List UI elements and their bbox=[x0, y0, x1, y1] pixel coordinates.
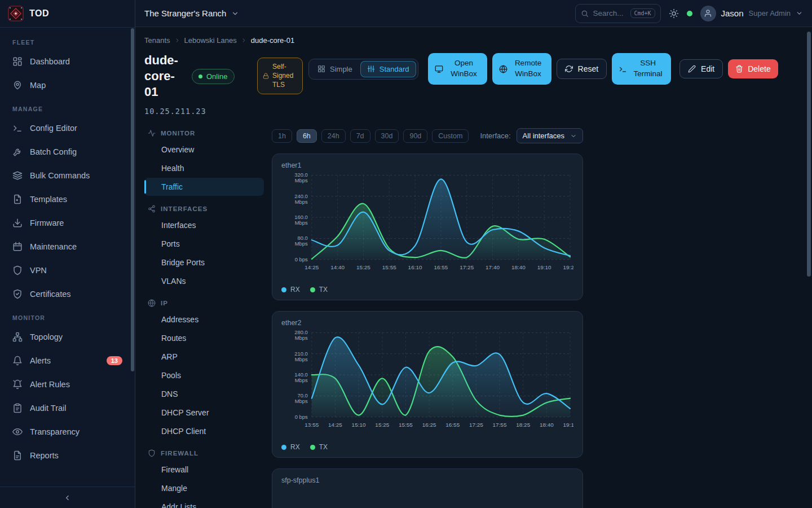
chevron-down-icon bbox=[796, 10, 803, 17]
svg-text:18:25: 18:25 bbox=[516, 422, 530, 428]
chart-card-sfp-sfpplus1: sfp-sfpplus1 bbox=[272, 468, 583, 508]
svg-text:Mbps: Mbps bbox=[295, 377, 308, 383]
sidebar-item-config-editor[interactable]: Config Editor bbox=[7, 117, 128, 139]
legend-item-rx[interactable]: RX bbox=[281, 286, 300, 294]
user-icon bbox=[704, 9, 712, 17]
svg-text:14:25: 14:25 bbox=[304, 264, 319, 270]
subnav-item-mangle[interactable]: Mangle bbox=[144, 479, 264, 497]
sidebar-collapse-button[interactable] bbox=[0, 487, 135, 508]
sidebar-item-maintenance[interactable]: Maintenance bbox=[7, 235, 128, 258]
sidebar-scrollbar-thumb[interactable] bbox=[131, 28, 134, 371]
legend-item-tx[interactable]: TX bbox=[310, 286, 328, 294]
tenant-switcher[interactable]: The Stranger's Ranch bbox=[144, 8, 239, 18]
breadcrumb-tenant[interactable]: Lebowski Lanes bbox=[184, 36, 237, 45]
sidebar-item-batch-config[interactable]: Batch Config bbox=[7, 141, 128, 163]
chart-card-ether2: ether2280.0Mbps210.0Mbps140.0Mbps70.0Mbp… bbox=[272, 311, 583, 458]
sidebar-item-firmware[interactable]: Firmware bbox=[7, 212, 128, 234]
file-text-icon bbox=[12, 450, 23, 461]
traffic-chart-ether1: 320.0Mbps240.0Mbps160.0Mbps80.0Mbps0 bps… bbox=[281, 169, 573, 281]
sidebar-item-vpn[interactable]: VPN bbox=[7, 259, 128, 282]
sidebar: TOD FLEETDashboardMapMANAGEConfig Editor… bbox=[0, 0, 135, 508]
sidebar-item-reports[interactable]: Reports bbox=[7, 444, 128, 467]
sidebar-item-bulk-commands[interactable]: Bulk Commands bbox=[7, 164, 128, 187]
search-input[interactable] bbox=[593, 9, 626, 17]
subnav-item-ports[interactable]: Ports bbox=[144, 235, 264, 253]
subnav-item-dhcp-server[interactable]: DHCP Server bbox=[144, 404, 264, 422]
subnav-item-routes[interactable]: Routes bbox=[144, 329, 264, 347]
mode-simple-button[interactable]: Simple bbox=[311, 61, 359, 77]
subnav-item-vlans[interactable]: VLANs bbox=[144, 272, 264, 290]
subnav-item-dhcp-client[interactable]: DHCP Client bbox=[144, 422, 264, 440]
sidebar-item-audit-trail[interactable]: Audit Trail bbox=[7, 397, 128, 419]
svg-text:16:55: 16:55 bbox=[445, 422, 460, 428]
user-menu[interactable]: Jason Super Admin bbox=[700, 6, 803, 21]
subnav-item-interfaces[interactable]: Interfaces bbox=[144, 216, 264, 234]
subnav-item-traffic[interactable]: Traffic bbox=[144, 178, 264, 196]
legend-item-rx[interactable]: RX bbox=[281, 443, 300, 451]
svg-text:Mbps: Mbps bbox=[295, 335, 308, 341]
theme-toggle-sun-icon[interactable] bbox=[669, 8, 679, 19]
subnav-item-pools[interactable]: Pools bbox=[144, 366, 264, 384]
ssh-terminal-button[interactable]: SSH Terminal bbox=[612, 53, 671, 85]
sidebar-item-dashboard[interactable]: Dashboard bbox=[7, 50, 128, 73]
remote-winbox-button[interactable]: Remote WinBox bbox=[492, 53, 551, 85]
chart-legend: RXTX bbox=[281, 443, 573, 451]
legend-item-tx[interactable]: TX bbox=[310, 443, 328, 451]
range-button-24h[interactable]: 24h bbox=[321, 129, 346, 143]
sidebar-item-label: Audit Trail bbox=[30, 404, 66, 413]
main-scrollbar-thumb[interactable] bbox=[807, 32, 811, 277]
file-icon bbox=[12, 194, 23, 204]
dashboard-icon bbox=[12, 56, 23, 67]
mode-standard-button[interactable]: Standard bbox=[360, 61, 416, 77]
device-title-block: dude-core-01 Online 10.25.211.23 bbox=[144, 52, 261, 116]
pencil-icon bbox=[688, 65, 696, 73]
range-button-7d[interactable]: 7d bbox=[350, 129, 370, 143]
subnav-item-dns[interactable]: DNS bbox=[144, 385, 264, 403]
range-button-1h[interactable]: 1h bbox=[272, 129, 292, 143]
chart-toolbar: 1h6h24h7d30d90dCustom Interface: All int… bbox=[272, 128, 583, 143]
firewall-icon bbox=[148, 449, 156, 457]
chart-card-ether1: ether1320.0Mbps240.0Mbps160.0Mbps80.0Mbp… bbox=[272, 154, 583, 300]
chevron-down-icon bbox=[570, 133, 577, 139]
reset-button[interactable]: Reset bbox=[557, 59, 607, 79]
subnav-item-health[interactable]: Health bbox=[144, 159, 264, 177]
interface-filter: Interface: All interfaces bbox=[480, 128, 583, 143]
bell-icon bbox=[12, 356, 23, 366]
range-button-30d[interactable]: 30d bbox=[375, 129, 399, 143]
delete-button[interactable]: Delete bbox=[728, 59, 778, 78]
interface-select[interactable]: All interfaces bbox=[517, 128, 583, 143]
activity-icon bbox=[148, 129, 156, 137]
svg-text:Mbps: Mbps bbox=[295, 398, 308, 404]
sidebar-item-topology[interactable]: Topology bbox=[7, 326, 128, 348]
breadcrumb-tenants[interactable]: Tenants bbox=[144, 36, 170, 45]
time-range-group: 1h6h24h7d30d90dCustom bbox=[272, 129, 469, 143]
legend-dot-icon bbox=[281, 445, 286, 450]
sidebar-item-templates[interactable]: Templates bbox=[7, 188, 128, 211]
svg-text:Mbps: Mbps bbox=[295, 199, 308, 205]
open-winbox-button[interactable]: Open WinBox bbox=[428, 53, 487, 85]
svg-text:15:25: 15:25 bbox=[375, 422, 389, 428]
subnav-item-firewall[interactable]: Firewall bbox=[144, 461, 264, 479]
charts-column: 1h6h24h7d30d90dCustom Interface: All int… bbox=[272, 119, 583, 508]
sidebar-item-alerts[interactable]: Alerts13 bbox=[7, 349, 128, 372]
sidebar-item-label: Config Editor bbox=[30, 124, 77, 133]
sidebar-item-map[interactable]: Map bbox=[7, 74, 128, 97]
edit-button[interactable]: Edit bbox=[679, 59, 723, 78]
sidebar-item-certificates[interactable]: Certificates bbox=[7, 283, 128, 305]
sidebar-item-transparency[interactable]: Transparency bbox=[7, 421, 128, 443]
subnav-item-addr-lists[interactable]: Addr Lists bbox=[144, 498, 264, 508]
eye-icon bbox=[12, 427, 23, 437]
sidebar-item-label: Alerts bbox=[30, 356, 51, 365]
range-button-custom[interactable]: Custom bbox=[432, 129, 469, 143]
range-button-6h[interactable]: 6h bbox=[297, 129, 317, 143]
range-button-90d[interactable]: 90d bbox=[403, 129, 427, 143]
subnav-section-label: MONITOR bbox=[161, 130, 195, 137]
subnav-item-bridge-ports[interactable]: Bridge Ports bbox=[144, 253, 264, 271]
subnav-item-addresses[interactable]: Addresses bbox=[144, 310, 264, 329]
subnav-item-arp[interactable]: ARP bbox=[144, 348, 264, 366]
search-box[interactable]: Cmd+K bbox=[575, 4, 661, 23]
subnav-item-overview[interactable]: Overview bbox=[144, 141, 264, 159]
logo-row: TOD bbox=[0, 0, 135, 27]
sidebar-item-alert-rules[interactable]: Alert Rules bbox=[7, 373, 128, 396]
svg-text:15:55: 15:55 bbox=[399, 422, 413, 428]
